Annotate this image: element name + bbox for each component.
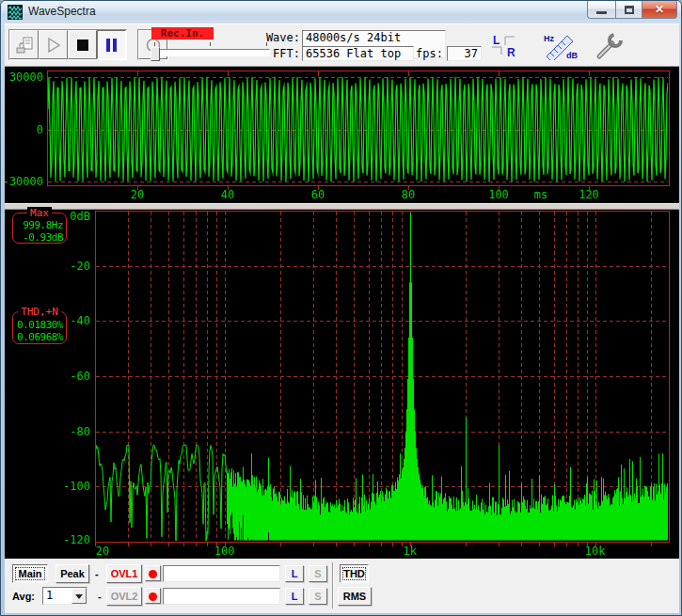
- rms-mode-button[interactable]: RMS: [338, 587, 372, 606]
- pause-icon: [103, 36, 121, 55]
- window-title: WaveSpectra: [28, 5, 96, 18]
- wrench-icon: [590, 32, 629, 60]
- stop-icon: [73, 36, 92, 55]
- svg-text:R: R: [507, 46, 515, 59]
- close-button[interactable]: ✕: [642, 1, 677, 19]
- svg-text:L: L: [493, 34, 500, 47]
- panel-splitter[interactable]: [5, 203, 679, 210]
- svg-text:Hz: Hz: [544, 34, 554, 43]
- maximize-button[interactable]: [615, 1, 642, 19]
- overlay2-load-button[interactable]: L: [285, 588, 304, 605]
- avg-value: 1: [46, 589, 53, 602]
- play-icon: [44, 36, 63, 55]
- pause-button[interactable]: [97, 30, 126, 59]
- channel-lr-button[interactable]: L R: [486, 32, 524, 60]
- fft-label: FFT:: [221, 47, 300, 60]
- fps-value-field: 37: [447, 46, 482, 61]
- max-level-value: -0.93dB: [13, 231, 66, 244]
- app-window: WaveSpectra ✕: [0, 0, 682, 616]
- stop-button[interactable]: [68, 30, 97, 59]
- avg-combobox[interactable]: 1: [42, 587, 87, 605]
- close-icon: ✕: [655, 3, 664, 16]
- fps-label: fps:: [415, 47, 443, 60]
- caption-buttons: ✕: [587, 1, 677, 19]
- toolbar: Rec.In. Wave: 48000s/s 24bit Stereo FFT:…: [5, 24, 679, 67]
- transport-group: [8, 29, 127, 60]
- app-icon: [8, 5, 23, 20]
- overlay1-load-button[interactable]: L: [285, 565, 304, 582]
- slider-tick: [154, 42, 155, 46]
- peak-button[interactable]: Peak: [56, 564, 89, 583]
- spectrum-canvas: [5, 210, 679, 559]
- waveform-panel: [5, 67, 679, 203]
- hz-db-ruler-icon: Hz dB: [541, 32, 580, 60]
- thd-value: 0.01830%: [13, 319, 66, 331]
- overlay2-save-button[interactable]: S: [309, 588, 327, 605]
- thd-n-value: 0.06968%: [13, 331, 66, 343]
- spectrum-panel: Max 999.8Hz -0.93dB THD,+N 0.01830% 0.06…: [5, 210, 679, 559]
- minimize-button[interactable]: [587, 1, 615, 19]
- thd-box: THD,+N 0.01830% 0.06968%: [12, 311, 67, 344]
- titlebar: WaveSpectra ✕: [1, 1, 682, 24]
- slider-thumb[interactable]: [151, 47, 160, 61]
- maximize-icon: [625, 6, 634, 14]
- open-file-icon: [15, 36, 34, 55]
- max-frequency-value: 999.8Hz: [13, 219, 66, 231]
- channel-lr-icon: L R: [486, 32, 524, 60]
- control-bar: Main Peak - OVL1 L S THD Avg: 1 - OVL2 L…: [5, 559, 679, 613]
- dash-label-2: -: [98, 591, 102, 602]
- open-file-button[interactable]: [9, 30, 39, 59]
- record-dot-icon: [149, 570, 157, 578]
- play-button[interactable]: [39, 30, 68, 59]
- wave-label: Wave:: [221, 31, 300, 44]
- svg-text:dB: dB: [566, 51, 578, 60]
- max-box-title: Max: [27, 207, 52, 219]
- max-peak-box: Max 999.8Hz -0.93dB: [12, 213, 67, 244]
- record-dot-icon: [149, 592, 157, 601]
- overlay1-save-button[interactable]: S: [309, 565, 327, 582]
- overlay2-file-field[interactable]: [163, 588, 280, 605]
- dash-label-1: -: [95, 568, 99, 579]
- waveform-canvas: [5, 67, 679, 203]
- slider-tick: [210, 42, 211, 46]
- main-button[interactable]: Main: [12, 564, 48, 583]
- avg-dropdown-arrow[interactable]: [71, 588, 87, 604]
- thd-box-title: THD,+N: [18, 306, 61, 318]
- fft-setting-field: 65536 Flat top: [302, 46, 414, 61]
- overlay1-file-field[interactable]: [163, 565, 280, 582]
- thd-mode-button[interactable]: THD: [340, 564, 369, 583]
- overlay2-button[interactable]: OVL2: [106, 587, 142, 606]
- overlay2-record-button[interactable]: [145, 588, 161, 604]
- rec-in-status: Rec.In.: [151, 27, 214, 39]
- hz-db-scale-button[interactable]: Hz dB: [541, 32, 580, 60]
- settings-button[interactable]: [590, 32, 629, 60]
- overlay1-record-button[interactable]: [145, 565, 161, 581]
- overlay1-button[interactable]: OVL1: [106, 564, 142, 583]
- avg-label: Avg:: [12, 591, 35, 602]
- controls-separator: [332, 562, 334, 608]
- minimize-icon: [596, 11, 607, 14]
